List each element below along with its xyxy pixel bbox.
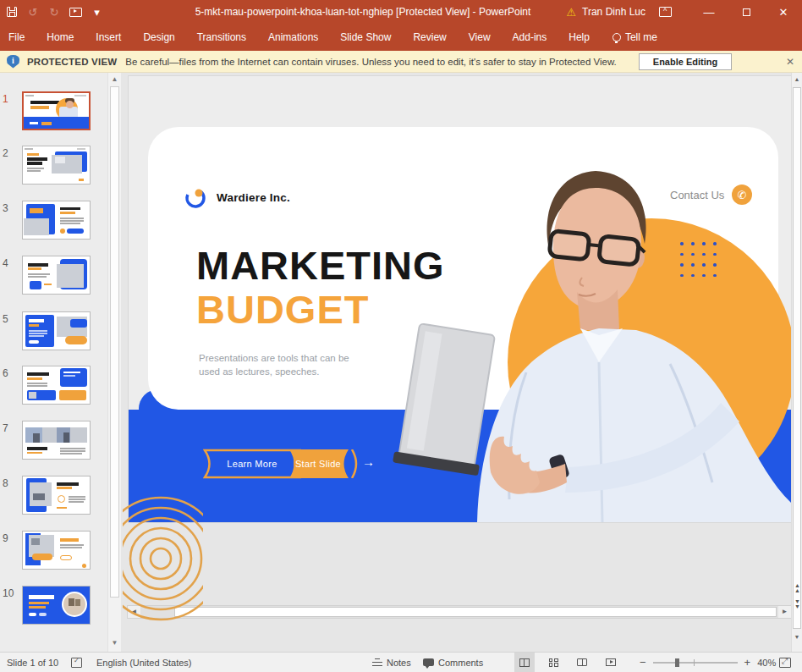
tab-transitions[interactable]: Transitions bbox=[186, 24, 257, 51]
slide-thumbnail-8[interactable] bbox=[22, 476, 91, 515]
start-from-beginning-icon[interactable] bbox=[69, 5, 82, 19]
redo-icon[interactable]: ↻ bbox=[47, 5, 61, 19]
fit-to-window-button[interactable] bbox=[779, 653, 791, 672]
tab-design[interactable]: Design bbox=[132, 24, 185, 51]
slideshow-view-button[interactable] bbox=[601, 653, 621, 672]
ribbon-tabs: FileHomeInsertDesignTransitionsAnimation… bbox=[0, 24, 802, 51]
slide-thumbnail-2[interactable] bbox=[22, 146, 91, 185]
shield-info-icon bbox=[7, 55, 19, 69]
tab-home[interactable]: Home bbox=[36, 24, 85, 51]
close-button[interactable]: ✕ bbox=[765, 0, 802, 24]
slide-thumbnail-3[interactable] bbox=[22, 201, 91, 240]
lightbulb-icon bbox=[612, 33, 621, 41]
scroll-down-icon[interactable]: ▼ bbox=[792, 631, 802, 642]
workspace: 12345678910 ▲ ▼ bbox=[0, 73, 802, 652]
language-indicator[interactable]: English (United States) bbox=[96, 653, 192, 672]
account-name[interactable]: Tran Dinh Luc bbox=[582, 6, 645, 18]
slide-subtitle: Presentations are tools that can be used… bbox=[199, 351, 349, 378]
slide-title: MARKETING BUDGET bbox=[196, 244, 445, 332]
wardiere-logo-icon bbox=[183, 185, 208, 210]
titlebar: ↺ ↻ ▾ 5-mkt-mau-powerpoint-khoa-luan-tot… bbox=[0, 0, 802, 24]
comments-button[interactable]: Comments bbox=[423, 653, 483, 672]
scrollbar-thumb[interactable] bbox=[793, 87, 801, 629]
tab-animations[interactable]: Animations bbox=[257, 24, 329, 51]
scrollbar-thumb[interactable] bbox=[174, 607, 777, 617]
scrollbar-thumb[interactable] bbox=[110, 86, 119, 598]
slide-number: 3 bbox=[3, 202, 16, 214]
slide-number: 10 bbox=[3, 587, 16, 599]
thumbnails-scrollbar[interactable]: ▲ ▼ bbox=[107, 73, 121, 652]
slide-thumbnails-panel: 12345678910 bbox=[0, 73, 107, 652]
customize-qat-icon[interactable]: ▾ bbox=[90, 5, 103, 19]
maximize-button[interactable] bbox=[728, 0, 765, 24]
undo-icon[interactable]: ↺ bbox=[26, 5, 40, 19]
scroll-up-icon[interactable]: ▲ bbox=[792, 74, 802, 85]
slide-thumbnail-4[interactable] bbox=[22, 256, 91, 295]
slide-number: 7 bbox=[3, 422, 16, 434]
slide-number: 2 bbox=[3, 147, 16, 159]
notes-button[interactable]: Notes bbox=[372, 653, 411, 672]
scroll-up-icon[interactable]: ▲ bbox=[110, 74, 119, 84]
horizontal-scrollbar[interactable]: ◄ ► bbox=[127, 605, 792, 619]
slide-thumbnail-7[interactable] bbox=[22, 421, 91, 460]
tab-view[interactable]: View bbox=[458, 24, 502, 51]
notes-icon bbox=[372, 658, 382, 667]
dots-pattern bbox=[680, 242, 724, 284]
previous-slide-button[interactable]: ▲▲ bbox=[792, 583, 802, 595]
slide-thumbnail-10[interactable] bbox=[22, 586, 91, 625]
zoom-out-button[interactable]: − bbox=[640, 656, 646, 669]
protected-view-label: PROTECTED VIEW bbox=[27, 57, 117, 67]
scroll-right-icon[interactable]: ► bbox=[778, 606, 791, 618]
tab-file[interactable]: File bbox=[0, 24, 36, 51]
slide-sorter-view-button[interactable] bbox=[543, 653, 563, 672]
normal-view-button[interactable] bbox=[514, 653, 535, 672]
contact-us-label: Contact Us bbox=[670, 189, 724, 201]
tab-insert[interactable]: Insert bbox=[85, 24, 132, 51]
slide-canvas[interactable]: Wardiere Inc. Contact Us ✆ MARKETING BUD… bbox=[129, 76, 791, 522]
slide-thumbnail-1[interactable] bbox=[22, 91, 91, 130]
protected-view-bar: PROTECTED VIEW Be careful—files from the… bbox=[0, 51, 802, 73]
tab-review[interactable]: Review bbox=[402, 24, 457, 51]
fingerprint-decoration bbox=[123, 484, 203, 645]
slide-number: 9 bbox=[3, 532, 16, 544]
slide-number: 1 bbox=[3, 93, 16, 105]
protected-view-message: Be careful—files from the Internet can c… bbox=[125, 57, 616, 67]
minimize-button[interactable]: — bbox=[690, 0, 728, 24]
vertical-scrollbar[interactable]: ▲ ▼ ▲▲ ▼▼ bbox=[791, 73, 802, 652]
zoom-in-button[interactable]: + bbox=[744, 656, 751, 669]
reading-view-button[interactable] bbox=[572, 653, 592, 672]
orange-circle-backdrop bbox=[508, 218, 791, 506]
slide-number: 5 bbox=[3, 313, 16, 325]
next-slide-button[interactable]: ▼▼ bbox=[792, 599, 802, 611]
start-slide-button[interactable]: Start Slide bbox=[288, 449, 349, 478]
slide-thumbnail-5[interactable] bbox=[22, 311, 91, 350]
tab-add-ins[interactable]: Add-ins bbox=[502, 24, 558, 51]
slide-thumbnail-9[interactable] bbox=[22, 531, 91, 570]
slide-indicator[interactable]: Slide 1 of 10 bbox=[7, 653, 58, 672]
zoom-slider[interactable] bbox=[653, 662, 738, 664]
tab-slide-show[interactable]: Slide Show bbox=[329, 24, 402, 51]
dismiss-bar-icon[interactable]: ✕ bbox=[783, 55, 797, 69]
powerpoint-window: ↺ ↻ ▾ 5-mkt-mau-powerpoint-khoa-luan-tot… bbox=[0, 0, 802, 672]
ribbon-display-options-icon[interactable] bbox=[659, 7, 672, 17]
tab-help[interactable]: Help bbox=[558, 24, 601, 51]
arrow-right-icon: → bbox=[362, 454, 375, 469]
warning-triangle-icon[interactable]: ⚠ bbox=[566, 6, 576, 19]
save-icon[interactable] bbox=[5, 5, 19, 19]
zoom-level[interactable]: 40% bbox=[757, 658, 776, 668]
slide-number: 4 bbox=[3, 257, 16, 269]
learn-more-button[interactable]: Learn More bbox=[203, 449, 301, 479]
window-title: 5-mkt-mau-powerpoint-khoa-luan-tot-nghie… bbox=[127, 0, 599, 24]
zoom-slider-thumb[interactable] bbox=[675, 658, 679, 667]
quick-access-toolbar: ↺ ↻ ▾ bbox=[5, 0, 103, 24]
status-bar: Slide 1 of 10 English (United States) No… bbox=[0, 652, 802, 672]
tell-me-box[interactable]: Tell me bbox=[612, 24, 657, 51]
slide-number: 8 bbox=[3, 477, 16, 489]
spellcheck-icon[interactable] bbox=[71, 653, 82, 672]
scroll-down-icon[interactable]: ▼ bbox=[110, 638, 119, 647]
company-name: Wardiere Inc. bbox=[217, 191, 290, 204]
slide-editing-area: Wardiere Inc. Contact Us ✆ MARKETING BUD… bbox=[123, 73, 802, 652]
enable-editing-button[interactable]: Enable Editing bbox=[639, 53, 732, 70]
slide-thumbnail-6[interactable] bbox=[22, 366, 91, 405]
slide-number: 6 bbox=[3, 367, 16, 379]
